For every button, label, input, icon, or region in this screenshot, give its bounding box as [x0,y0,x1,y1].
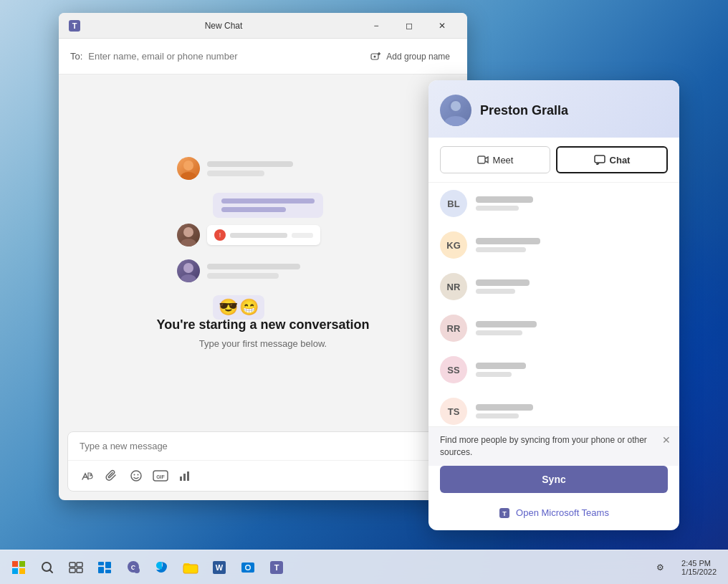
svg-rect-29 [12,568,18,574]
message-input[interactable] [68,432,458,460]
window-controls: − ◻ ✕ [360,13,459,39]
edge-icon [155,560,169,575]
bubble-row-1 [177,157,293,180]
svg-point-13 [134,474,135,476]
svg-point-50 [246,565,250,569]
to-field: To: Add group name [59,39,467,75]
svg-text:T: T [72,21,77,30]
svg-rect-40 [105,570,111,573]
msg-lines-1 [207,161,293,176]
contact-initials-rr: RR [440,315,467,342]
chat-headline: You're starting a new conversation [156,317,369,332]
svg-point-10 [183,263,193,273]
contact-item-kg[interactable]: KG [428,224,679,266]
close-button[interactable]: ✕ [426,13,459,39]
contact-name-line [476,238,540,244]
svg-line-32 [50,570,53,573]
gif-button[interactable]: GIF [150,465,171,487]
contact-avatar [440,95,471,126]
contact-sub-line [476,247,526,252]
contact-info-rr [476,321,668,335]
svg-rect-44 [183,565,198,573]
sync-button[interactable]: Sync [440,466,668,493]
svg-rect-27 [12,561,18,567]
contact-info-bl [476,196,668,211]
teams-taskbar-button[interactable]: T [264,555,289,580]
contact-item-ts[interactable]: TS [428,391,679,426]
svg-text:W: W [216,563,224,572]
contact-item-nr[interactable]: NR [428,266,679,307]
sync-close-button[interactable]: ✕ [662,434,671,446]
contact-initials-ss: SS [440,356,467,383]
chat-button[interactable]: Chat [556,146,668,173]
emoji-button[interactable] [125,465,147,487]
bubble-reply-1 [213,193,323,218]
task-view-icon [69,562,83,573]
settings-taskbar-icon[interactable]: ⚙ [647,555,673,580]
photos-icon [241,560,255,575]
photos-button[interactable] [235,555,261,580]
emoji-2: 😁 [239,298,259,317]
add-group-icon [370,51,382,62]
chat-body: ! [59,75,467,431]
contact-sub-line [476,372,512,377]
contact-initials-bl: BL [440,190,467,217]
taskbar: C W T [0,550,728,584]
task-view-button[interactable] [63,555,89,580]
start-button[interactable] [6,555,32,580]
time: 2:45 PM [681,559,717,568]
contact-card: Preston Gralla Meet Chat BL [428,80,679,530]
contact-item-rr[interactable]: RR [428,307,679,349]
contact-item-bl[interactable]: BL [428,183,679,224]
svg-point-9 [181,239,196,246]
widgets-button[interactable] [92,555,118,580]
contact-initials-kg: KG [440,231,467,259]
open-teams-row[interactable]: T Open Microsoft Teams [428,502,679,530]
contact-name-line [476,279,530,286]
to-label: To: [70,51,82,62]
message-input-area: GIF [67,431,459,492]
svg-rect-24 [595,155,605,163]
svg-rect-28 [19,561,25,567]
card-header: Preston Gralla [428,80,679,138]
word-button[interactable]: W [206,555,232,580]
svg-point-6 [183,161,193,171]
avatar-1 [177,157,200,180]
svg-point-22 [451,101,461,111]
chat-icon [594,155,605,165]
recipient-input[interactable] [88,51,359,62]
contact-item-ss[interactable]: SS [428,349,679,391]
chat-taskbar-button[interactable]: C [120,555,146,580]
clock: 2:45 PM 1/15/2022 [676,559,722,576]
emoji-container: 😎 😁 [213,295,264,320]
chart-button[interactable] [174,465,196,487]
svg-rect-39 [105,562,111,568]
teams-small-icon: T [499,507,510,519]
meet-label: Meet [493,155,514,166]
search-button[interactable] [34,555,60,580]
card-actions: Meet Chat [428,138,679,183]
svg-point-11 [181,274,196,282]
svg-rect-23 [478,156,485,163]
meet-button[interactable]: Meet [440,146,550,173]
edge-button[interactable] [149,555,175,580]
svg-point-43 [134,568,140,573]
svg-rect-36 [77,568,82,573]
add-group-label: Add group name [386,52,450,62]
svg-point-8 [183,227,193,237]
svg-rect-34 [77,563,82,567]
maximize-button[interactable]: ◻ [393,13,426,39]
chat-illustration: ! [163,157,363,300]
add-group-button[interactable]: Add group name [365,48,456,65]
sync-button-label: Sync [542,474,565,485]
format-button[interactable] [77,465,98,487]
contact-sub-line [476,206,519,211]
file-explorer-button[interactable] [178,555,203,580]
attach-button[interactable] [101,465,123,487]
file-explorer-icon [183,561,198,574]
minimize-button[interactable]: − [360,13,393,39]
contact-sub-line [476,289,515,294]
chat-taskbar-icon: C [125,560,141,575]
contact-name-line [476,363,526,369]
windows-logo-icon [12,561,25,574]
